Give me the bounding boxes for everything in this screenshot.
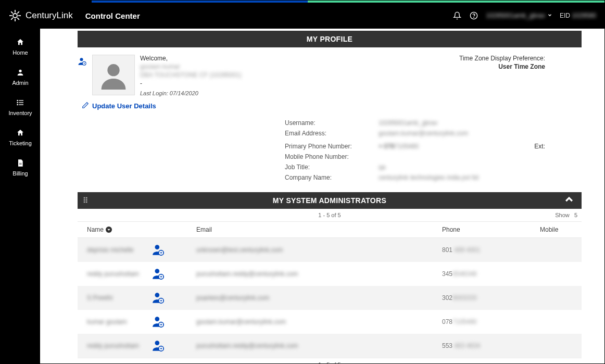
cell-name: deprisio michelle — [87, 246, 150, 254]
update-link-label: Update User Details — [92, 102, 156, 110]
column-header-email[interactable]: Email — [196, 226, 442, 233]
table-row: S Preethipsankes@centurylink.com30290033… — [78, 286, 582, 310]
column-header-phone[interactable]: Phone — [442, 226, 540, 233]
svg-point-22 — [84, 63, 85, 64]
svg-line-7 — [11, 18, 13, 20]
field-label-username: Username: — [285, 119, 379, 127]
admin-section: ⠿ MY SYSTEM ADMINISTRATORS 1 - 5 of 5 Sh… — [78, 192, 582, 363]
brand-company-name: CenturyLink — [26, 10, 73, 21]
svg-rect-18 — [19, 163, 22, 164]
field-label-company: Company Name: — [285, 174, 379, 181]
update-user-details-link[interactable]: Update User Details — [82, 102, 156, 110]
profile-body: Welcome, goutam kumar DBA TOUCHSTONE CF … — [78, 47, 582, 99]
field-value-company: centurylink technologies india pvt ltd — [379, 174, 523, 181]
svg-line-8 — [17, 11, 19, 14]
pager-range-bottom: 1 - 5 of 5 — [318, 361, 341, 363]
brand-logo[interactable]: CenturyLink — [9, 9, 73, 22]
welcome-label: Welcome, — [140, 55, 242, 62]
user-settings-icon[interactable] — [150, 291, 196, 305]
cell-email: purushottam.reddy@centurylink.com — [196, 270, 442, 278]
field-label-email: Email Address: — [285, 130, 379, 137]
chevron-down-icon — [547, 12, 552, 19]
table-header-row: Name Email Phone Mobile — [78, 222, 582, 238]
cell-email: goutam.kumar@centurylink.com — [196, 318, 442, 325]
main-content: MY PROFILE Welcome, goutam kumar DBA TOU… — [40, 29, 604, 363]
svg-point-52 — [155, 341, 160, 345]
pencil-icon — [82, 102, 89, 110]
eid-display: EID 1029580 — [560, 12, 596, 19]
profile-fields: Username: 10285001amb_gbrav Email Addres… — [285, 118, 545, 183]
field-label-ext: Ext: — [523, 143, 545, 150]
table-row: reddy purushottampurushottam.reddy@centu… — [78, 262, 582, 286]
timezone-pref-label: Time Zone Display Preference: — [297, 55, 545, 62]
sidebar-item-label: Admin — [12, 80, 28, 86]
svg-point-0 — [13, 14, 17, 18]
show-value: 5 — [574, 212, 577, 218]
svg-point-33 — [160, 276, 162, 278]
svg-point-45 — [155, 317, 160, 321]
last-login: Last Login: 07/14/2020 — [140, 90, 242, 96]
svg-point-40 — [160, 300, 162, 302]
table-row: kumar goutamgoutam.kumar@centurylink.com… — [78, 310, 582, 334]
sidebar: Home Admin Inventory Ticketing Billing — [1, 29, 40, 363]
cell-email: unknown@test.centurylink.com — [196, 246, 442, 254]
table-show-selector[interactable]: Show 5 — [555, 212, 577, 218]
field-value-email: goutam.kumar@centurylink.com — [379, 130, 523, 137]
sidebar-item-inventory[interactable]: Inventory — [1, 92, 40, 122]
field-value-primary-phone: + 078+ 07871054807105480 — [379, 143, 523, 150]
field-label-mobile-phone: Mobile Phone Number: — [285, 153, 379, 160]
help-icon[interactable] — [469, 11, 478, 20]
sidebar-item-label: Ticketing — [9, 140, 32, 146]
field-value-username: 10285001amb_gbrav — [379, 119, 523, 127]
collapse-toggle[interactable] — [564, 195, 574, 207]
user-settings-icon[interactable] — [150, 243, 196, 257]
svg-point-23 — [107, 64, 119, 76]
user-settings-icon[interactable] — [150, 315, 196, 329]
svg-point-24 — [155, 245, 160, 249]
cell-name: kumar goutam — [87, 318, 150, 325]
sidebar-item-label: Billing — [12, 170, 28, 177]
svg-point-11 — [19, 70, 21, 72]
svg-point-15 — [17, 100, 18, 101]
show-label: Show — [555, 212, 570, 218]
profile-user-line1: goutam kumar — [140, 63, 242, 70]
column-header-mobile[interactable]: Mobile — [540, 226, 582, 233]
cell-name: reddy purushottam — [87, 270, 150, 278]
cell-email: psankes@centurylink.com — [196, 294, 442, 302]
cell-phone: 0787105480 — [442, 318, 540, 325]
sidebar-item-label: Home — [12, 49, 28, 56]
svg-point-16 — [17, 102, 18, 103]
cell-name: S Preethi — [87, 294, 150, 302]
home-icon — [15, 37, 26, 47]
notifications-icon[interactable] — [452, 11, 462, 20]
drag-handle-icon[interactable]: ⠿ — [83, 196, 89, 205]
user-menu[interactable]: 10285001amb_gbrav — [486, 12, 552, 19]
field-label-job-title: Job Title: — [285, 164, 379, 171]
svg-point-20 — [80, 58, 83, 61]
user-settings-icon[interactable] — [150, 339, 196, 353]
field-value-job-title: qa — [379, 164, 523, 171]
table-row: reddy purushottampurushottam.reddy@centu… — [78, 334, 582, 358]
column-header-name[interactable]: Name — [87, 226, 196, 233]
svg-line-5 — [11, 11, 13, 14]
user-settings-icon[interactable] — [150, 267, 196, 281]
sidebar-item-home[interactable]: Home — [1, 32, 40, 62]
brand-product-name: Control Center — [85, 11, 140, 20]
pager-range-top: 1 - 5 of 5 — [318, 212, 341, 218]
inventory-icon — [15, 97, 26, 108]
sidebar-item-admin[interactable]: Admin — [1, 62, 40, 92]
svg-point-47 — [160, 324, 162, 325]
svg-point-31 — [155, 269, 160, 273]
sidebar-item-billing[interactable]: Billing — [1, 153, 40, 183]
cell-email: purushottam.reddy@centurylink.com — [196, 342, 442, 349]
cell-phone: 801 489 4001 — [442, 246, 540, 254]
topbar: CenturyLink Control Center 10285001amb_g… — [1, 3, 604, 29]
svg-point-17 — [17, 104, 18, 105]
table-pager-top: 1 - 5 of 5 Show 5 — [78, 209, 582, 222]
profile-section-header: MY PROFILE — [78, 31, 582, 47]
admin-section-header: ⠿ MY SYSTEM ADMINISTRATORS — [78, 192, 582, 209]
svg-point-54 — [160, 348, 162, 349]
admin-header-title: MY SYSTEM ADMINISTRATORS — [273, 196, 386, 205]
topbar-username: 10285001amb_gbrav — [486, 12, 545, 19]
sidebar-item-ticketing[interactable]: Ticketing — [1, 122, 40, 153]
